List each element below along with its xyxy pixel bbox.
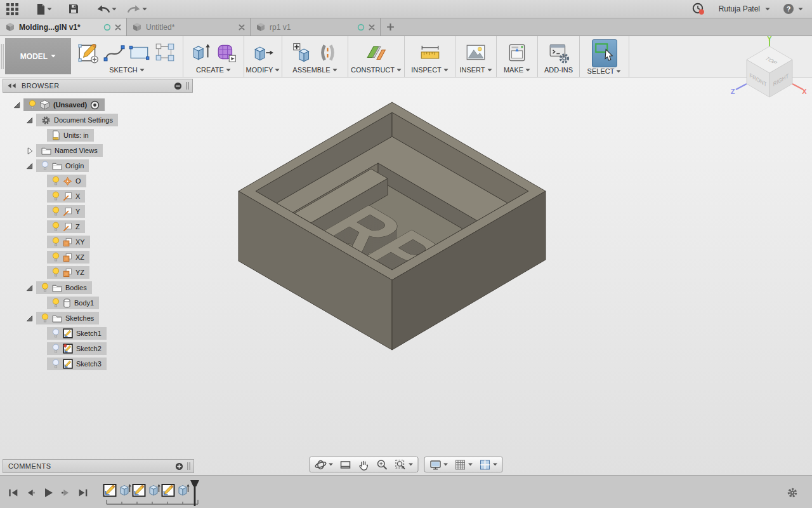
comments-grip-icon[interactable]: [187, 462, 191, 471]
timeline-settings-gear-icon[interactable]: [787, 487, 798, 498]
tree-item[interactable]: Sketch2: [47, 342, 107, 355]
tree-row--unsaved-[interactable]: (Unsaved): [3, 97, 193, 112]
skip-end-icon[interactable]: [77, 487, 89, 498]
insert-image-icon[interactable]: [464, 41, 487, 64]
visibility-bulb-icon[interactable]: [41, 313, 49, 323]
tree-item[interactable]: Origin: [36, 159, 89, 172]
toolbar-group-label-add-ins[interactable]: ADD-INS: [544, 66, 573, 74]
rectangle-icon[interactable]: [128, 41, 151, 64]
close-tab-icon[interactable]: [239, 24, 245, 30]
play-icon[interactable]: [42, 486, 55, 499]
tree-row-body1[interactable]: Body1: [3, 295, 193, 311]
visibility-bulb-icon[interactable]: [52, 328, 60, 338]
create-sketch-icon[interactable]: [77, 41, 100, 64]
visibility-bulb-icon[interactable]: [52, 267, 60, 277]
tree-item[interactable]: Named Views: [36, 144, 103, 157]
tree-row-sketch1[interactable]: Sketch1: [3, 326, 193, 341]
tree-item[interactable]: Bodies: [36, 281, 92, 294]
save-icon[interactable]: [69, 4, 79, 14]
user-menu-caret-icon[interactable]: [765, 8, 770, 11]
press-pull-icon[interactable]: [252, 41, 275, 64]
toolbar-group-label-create[interactable]: CREATE: [196, 66, 231, 74]
collapse-panel-icon[interactable]: [7, 83, 16, 89]
expander-expanded-icon[interactable]: [24, 284, 34, 292]
undo-icon[interactable]: [96, 4, 110, 13]
tree-row-document-settings[interactable]: Document Settings: [3, 112, 193, 128]
tree-item[interactable]: Document Settings: [36, 114, 118, 126]
sync-status-icon[interactable]: [357, 23, 365, 31]
visibility-bulb-icon[interactable]: [52, 191, 60, 201]
tree-item[interactable]: (Unsaved): [23, 98, 105, 111]
timeline-feature-sketch-3[interactable]: [132, 482, 146, 497]
tree-row-origin[interactable]: Origin: [3, 158, 193, 173]
tree-item[interactable]: Z: [47, 220, 85, 233]
visibility-bulb-icon[interactable]: [41, 161, 49, 171]
visibility-bulb-icon[interactable]: [52, 206, 60, 217]
select-cursor-icon[interactable]: [593, 41, 616, 64]
comments-bar[interactable]: COMMENTS: [3, 459, 194, 473]
toolbar-grip[interactable]: [0, 36, 5, 77]
toolbar-group-label-select[interactable]: SELECT: [587, 67, 622, 75]
panel-grip-icon[interactable]: [185, 81, 190, 90]
tree-row-o[interactable]: O: [3, 173, 193, 189]
tree-row-xy[interactable]: XY: [3, 234, 193, 250]
help-caret-icon[interactable]: [798, 8, 803, 11]
tree-row-xz[interactable]: XZ: [3, 250, 193, 265]
toolbar-group-label-insert[interactable]: INSERT: [459, 66, 492, 74]
expander-expanded-icon[interactable]: [24, 162, 34, 170]
add-ins-icon[interactable]: [547, 41, 570, 64]
tree-item[interactable]: Sketch1: [47, 327, 107, 340]
undo-caret-icon[interactable]: [112, 8, 117, 11]
timeline-feature-extrude-6[interactable]: [176, 482, 190, 497]
form-icon[interactable]: [215, 41, 238, 64]
add-comment-icon[interactable]: [175, 462, 183, 471]
visibility-bulb-icon[interactable]: [41, 283, 49, 293]
tree-item[interactable]: Sketches: [36, 312, 99, 324]
tree-row-bodies[interactable]: Bodies: [3, 280, 193, 295]
activate-component-icon[interactable]: [90, 100, 100, 110]
timeline-feature-sketch-1[interactable]: [103, 482, 117, 497]
toolbar-group-label-modify[interactable]: MODIFY: [246, 66, 280, 74]
close-tab-icon[interactable]: [369, 24, 375, 30]
help-icon[interactable]: ?: [783, 3, 794, 15]
step-back-icon[interactable]: [25, 487, 36, 498]
timeline-marker[interactable]: [189, 479, 200, 507]
redo-caret-icon[interactable]: [142, 8, 147, 11]
file-menu-icon[interactable]: [36, 3, 46, 15]
apps-grid-icon[interactable]: [6, 3, 18, 15]
timeline-feature-extrude-4[interactable]: [147, 482, 160, 497]
modeling-viewport[interactable]: RPRPRPRPRPRPRPRPRPRP BROWSER (Unsaved)Do: [0, 77, 812, 475]
look-at-button[interactable]: [337, 457, 355, 472]
skip-start-icon[interactable]: [8, 487, 19, 498]
tree-row-sketches[interactable]: Sketches: [3, 311, 193, 326]
joint-icon[interactable]: [317, 41, 339, 64]
tree-row-y[interactable]: Y: [3, 204, 193, 219]
tree-row-yz[interactable]: YZ: [3, 265, 193, 280]
tree-item[interactable]: YZ: [47, 266, 89, 279]
visibility-bulb-icon[interactable]: [29, 100, 36, 110]
tree-item[interactable]: O: [47, 175, 86, 187]
sketch-palette-icon[interactable]: [154, 41, 176, 64]
user-name[interactable]: Rutuja Patel: [719, 4, 760, 13]
timeline-feature-sketch-5[interactable]: [161, 482, 175, 497]
fit-button[interactable]: [392, 457, 416, 472]
toolbar-group-label-inspect[interactable]: INSPECT: [411, 66, 449, 74]
viewports-button[interactable]: [476, 457, 501, 472]
visibility-bulb-icon[interactable]: [52, 237, 60, 247]
tree-item[interactable]: Body1: [47, 297, 99, 309]
visibility-bulb-icon[interactable]: [52, 252, 60, 262]
select-cursor-button[interactable]: [592, 39, 617, 67]
tree-row-z[interactable]: Z: [3, 219, 193, 234]
browser-header[interactable]: BROWSER: [3, 79, 193, 93]
document-tab-3[interactable]: rp1 v1: [251, 18, 381, 36]
file-menu-caret-icon[interactable]: [47, 8, 52, 11]
toolbar-group-label-construct[interactable]: CONSTRUCT: [351, 66, 402, 74]
tree-row-units-in[interactable]: Units: in: [3, 128, 193, 143]
visibility-bulb-icon[interactable]: [52, 359, 60, 369]
extrude-icon[interactable]: [190, 41, 213, 64]
step-forward-icon[interactable]: [60, 487, 72, 498]
sync-status-icon[interactable]: [103, 23, 111, 31]
toolbar-group-label-make[interactable]: MAKE: [504, 66, 530, 74]
display-settings-button[interactable]: [427, 457, 451, 472]
tree-row-x[interactable]: X: [3, 189, 193, 204]
